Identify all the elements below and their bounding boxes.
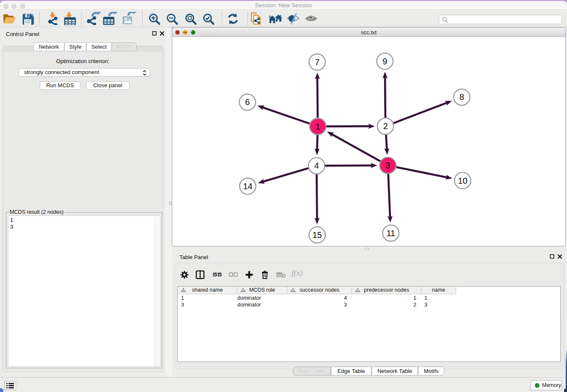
svg-text:11: 11 (386, 229, 395, 238)
svg-text:7: 7 (315, 58, 319, 67)
svg-text:3: 3 (385, 161, 390, 170)
svg-text:6: 6 (245, 97, 250, 107)
svg-text:2: 2 (383, 121, 388, 131)
svg-text:8: 8 (460, 92, 464, 102)
svg-text:14: 14 (243, 182, 252, 191)
svg-text:4: 4 (314, 161, 319, 170)
svg-text:10: 10 (458, 176, 467, 185)
svg-text:1: 1 (315, 122, 320, 131)
svg-text:15: 15 (312, 230, 322, 240)
svg-text:9: 9 (383, 57, 387, 66)
